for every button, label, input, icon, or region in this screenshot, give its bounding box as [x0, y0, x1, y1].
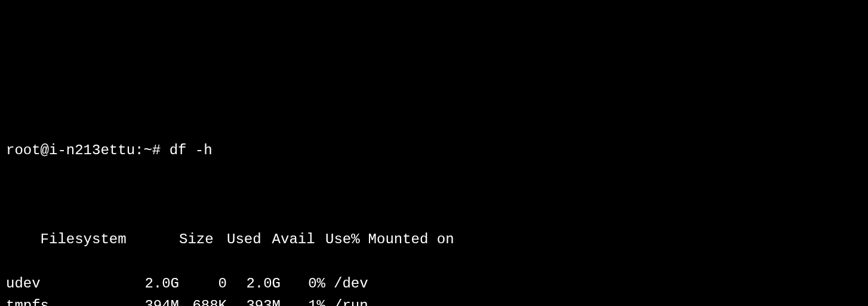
- cell-size: 394M: [131, 295, 179, 306]
- cell-filesystem: tmpfs: [6, 295, 131, 306]
- command-line: root@i-n213ettu:~# df -h: [6, 139, 862, 161]
- terminal-output: root@i-n213ettu:~# df -h FilesystemSizeU…: [6, 95, 862, 306]
- cell-size: 2.0G: [131, 273, 179, 295]
- cell-avail: 393M: [227, 295, 281, 306]
- cell-use-percent: 1%: [281, 295, 325, 306]
- shell-prompt: root@i-n213ettu:~#: [6, 139, 161, 161]
- cell-mount: /dev: [325, 273, 368, 295]
- header-used: Used: [214, 228, 261, 250]
- header-size: Size: [166, 228, 214, 250]
- header-mounted-on: Mounted on: [360, 228, 454, 250]
- header-filesystem: Filesystem: [41, 228, 166, 250]
- header-avail: Avail: [261, 228, 315, 250]
- cell-filesystem: udev: [6, 273, 131, 295]
- cell-use-percent: 0%: [281, 273, 325, 295]
- cell-used: 0: [179, 273, 227, 295]
- command-text: df -h: [170, 139, 213, 161]
- cell-used: 688K: [179, 295, 227, 306]
- cell-avail: 2.0G: [227, 273, 281, 295]
- table-row: tmpfs394M688K393M1%/run: [6, 295, 862, 306]
- table-header-row: FilesystemSizeUsedAvailUse%Mounted on: [6, 206, 862, 228]
- header-use-percent: Use%: [315, 228, 360, 250]
- cell-mount: /run: [325, 295, 368, 306]
- table-row: udev2.0G02.0G0%/dev: [6, 273, 862, 295]
